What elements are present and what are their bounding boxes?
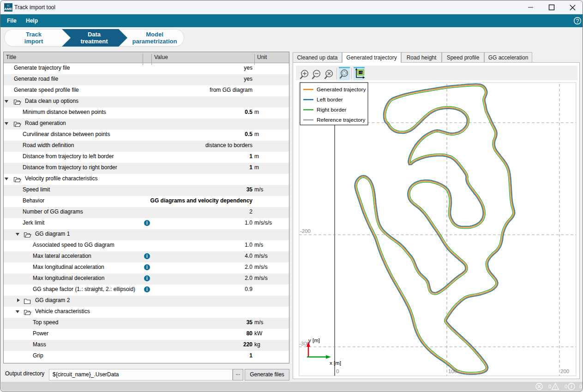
svg-text:Reference trajectory: Reference trajectory <box>317 117 365 123</box>
svg-text:200: 200 <box>560 368 569 374</box>
svg-text:x [m]: x [m] <box>330 360 341 366</box>
svg-text:0: 0 <box>548 384 551 389</box>
svg-text:import: import <box>24 38 43 45</box>
svg-text:Data: Data <box>88 31 101 38</box>
svg-text:Track: Track <box>26 31 42 38</box>
svg-text:y [m]: y [m] <box>308 338 320 343</box>
svg-text:!: ! <box>555 385 556 390</box>
svg-text:Right border: Right border <box>317 107 346 113</box>
svg-text:0: 0 <box>565 384 567 389</box>
svg-text:parametrization: parametrization <box>132 38 177 45</box>
svg-text:0: 0 <box>579 384 582 389</box>
svg-text:Model: Model <box>146 31 163 38</box>
svg-text:-200: -200 <box>300 228 311 234</box>
svg-text:i: i <box>571 384 572 389</box>
svg-text:AME: AME <box>4 7 12 11</box>
svg-text:0: 0 <box>336 368 339 374</box>
svg-text:?: ? <box>576 18 579 24</box>
svg-text:treatment: treatment <box>80 38 108 45</box>
svg-text:Generated trajectory: Generated trajectory <box>317 86 366 92</box>
svg-text:Left border: Left border <box>317 96 343 102</box>
